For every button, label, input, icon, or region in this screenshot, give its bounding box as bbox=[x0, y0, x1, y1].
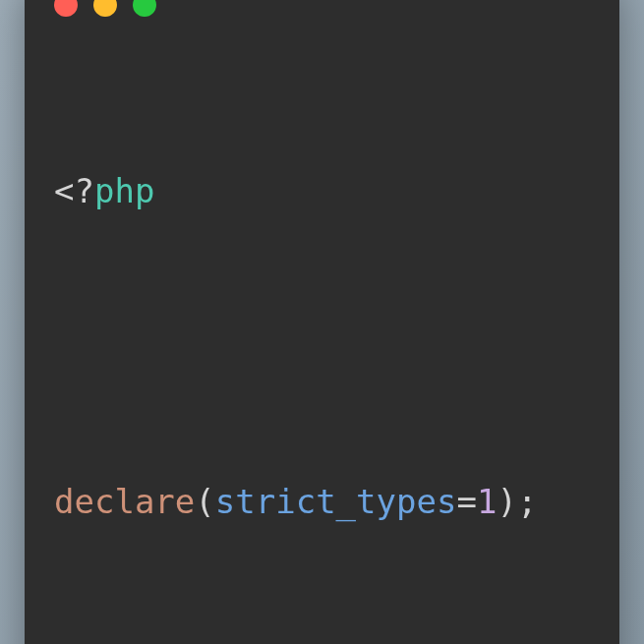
php-keyword: php bbox=[94, 171, 154, 210]
paren-close: ) bbox=[497, 482, 516, 521]
paren-open: ( bbox=[195, 482, 214, 521]
code-blank-line bbox=[54, 321, 590, 373]
window-titlebar bbox=[25, 0, 619, 27]
number-one: 1 bbox=[477, 482, 497, 521]
close-icon[interactable] bbox=[54, 0, 78, 17]
declare-keyword: declare bbox=[54, 482, 195, 521]
semicolon: ; bbox=[517, 482, 537, 521]
code-window: <?php declare(strict_types=1); bbox=[25, 0, 619, 644]
minimize-icon[interactable] bbox=[93, 0, 117, 17]
maximize-icon[interactable] bbox=[133, 0, 156, 17]
code-editor: <?php declare(strict_types=1); bbox=[25, 27, 619, 632]
php-open-tag: <? bbox=[54, 171, 94, 210]
strict-types-ident: strict_types bbox=[215, 482, 457, 521]
code-line-2: declare(strict_types=1); bbox=[54, 476, 590, 528]
code-line-1: <?php bbox=[54, 165, 590, 217]
equals-sign: = bbox=[456, 482, 476, 521]
